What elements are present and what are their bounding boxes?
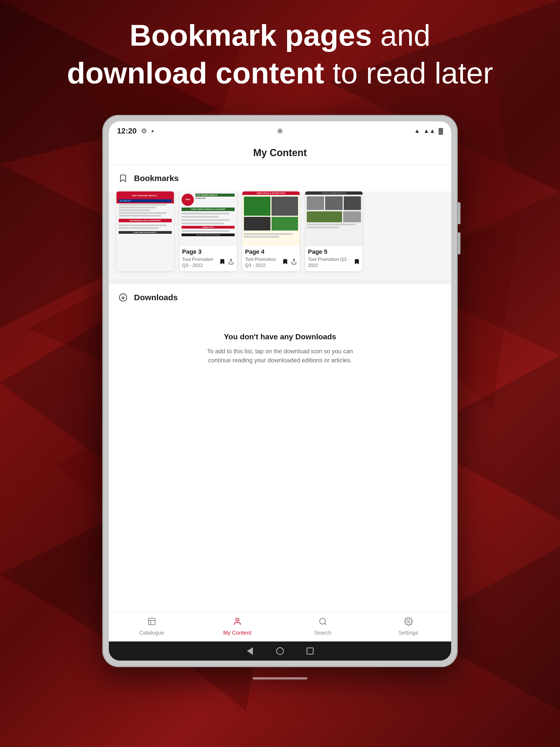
- enter-now: ENTER NOW: [196, 198, 235, 199]
- bookmark-filled-icon[interactable]: [219, 259, 225, 266]
- svg-point-24: [320, 618, 325, 624]
- bookmark-card-page2[interactable]: WHY CHOOSE SEALEY... MY SEALEY OUR BRAND…: [117, 191, 174, 271]
- thumb-line: [119, 215, 161, 216]
- home-indicator: [253, 677, 307, 679]
- svg-rect-20: [149, 618, 155, 625]
- thumb-line: [119, 209, 150, 211]
- page2-footer: OUR BRANDS AND GUARANTEES: [119, 219, 172, 222]
- thumb-line: [119, 204, 167, 206]
- nav-item-settings[interactable]: Settings: [365, 614, 451, 639]
- thumb-line: [119, 227, 159, 229]
- garden-bundle: 20V GARDEN BUNDLE: [196, 194, 235, 197]
- content-area: Bookmarks WHY CHOOSE SEALEY... MY SEALEY: [109, 165, 451, 611]
- thumb-line: [182, 230, 229, 232]
- follow-us: FOLLOW US ON OUR SOCIALS: [182, 233, 235, 236]
- status-time: 12:20: [117, 127, 137, 135]
- search-icon: [319, 617, 327, 628]
- bookmark-edition: Tool Promotion Q3 - 2022: [245, 256, 282, 268]
- android-recent-button[interactable]: [306, 647, 314, 655]
- back-arrow: [247, 647, 253, 655]
- sealey-logo: MY SEALEY: [119, 199, 172, 202]
- thumb-line: [244, 233, 292, 235]
- android-back-button[interactable]: [246, 647, 254, 655]
- headline-line1: Bookmark pages and: [22, 17, 538, 54]
- share-icon[interactable]: [291, 259, 297, 266]
- headline-line2: download content to read later: [22, 54, 538, 92]
- bookmark-card-page5[interactable]: SOCKET SETS/RATCHET PLUS: [305, 191, 362, 271]
- android-nav-bar: [109, 641, 451, 661]
- thumb-line: [182, 219, 229, 221]
- settings-label: Settings: [399, 630, 418, 636]
- tablet-frame: 12:20 ⚙ ▪ ▲ ▲▲ ▓ My Content: [102, 115, 458, 667]
- bookmark-card-footer: Tool Promotion Q3 - 2022: [179, 256, 237, 271]
- bookmark-card-footer: Tool Promotion Q3 - 2022: [305, 256, 362, 271]
- home-circle: [276, 647, 284, 655]
- win-badge: WIN: [182, 194, 194, 206]
- thumb-line: [182, 223, 224, 224]
- tool-row-1-right: [325, 196, 342, 210]
- page4-header: HAND TOOLS & SOCKET SETS: [242, 191, 300, 195]
- recent-square: [307, 647, 314, 654]
- sim-status-icon: ▪: [152, 127, 154, 135]
- nav-item-catalogue[interactable]: Catalogue: [109, 614, 195, 639]
- bookmark-actions[interactable]: [219, 259, 234, 266]
- downloads-header: Downloads: [109, 284, 451, 311]
- bookmarks-icon: [117, 172, 130, 185]
- bookmark-thumb-page2: WHY CHOOSE SEALEY... MY SEALEY OUR BRAND…: [117, 191, 174, 271]
- bookmark-card-page4[interactable]: HAND TOOLS & SOCKET SETS: [242, 191, 300, 271]
- headline-bold1: Bookmark pages: [130, 18, 372, 52]
- my-content-icon: [233, 617, 242, 628]
- bookmark-thumb-page4: HAND TOOLS & SOCKET SETS: [242, 191, 300, 246]
- my-content-label: My Content: [223, 630, 251, 636]
- settings-icon: [404, 617, 413, 628]
- bookmark-filled-icon[interactable]: [282, 259, 288, 266]
- bottom-navigation: Catalogue My Content: [109, 611, 451, 641]
- svg-line-25: [325, 623, 326, 625]
- app-header: My Content: [109, 140, 451, 165]
- downloads-empty-state: You don't have any Downloads To add to t…: [109, 311, 451, 387]
- nav-item-my-content[interactable]: My Content: [195, 614, 280, 639]
- bookmark-actions[interactable]: [354, 259, 360, 266]
- page5-header: SOCKET SETS/RATCHET PLUS: [305, 191, 362, 195]
- tablet-camera: [278, 129, 282, 133]
- aftersales: LONG-TERM AFTERSALES SUPPORT: [182, 208, 235, 211]
- downloads-section: Downloads You don't have any Downloads T…: [109, 284, 451, 611]
- battery-icon: ▓: [439, 127, 443, 134]
- bookmark-card-page3[interactable]: WIN 20V GARDEN BUNDLE ENTER NOW LONG-TER…: [179, 191, 237, 271]
- tool-img-4: [272, 217, 298, 231]
- headline-section: Bookmark pages and download content to r…: [0, 17, 560, 92]
- downloads-title: Downloads: [134, 293, 178, 302]
- bookmark-card-footer: Tool Promotion Q3 - 2022: [242, 256, 300, 271]
- signal-icon: ▲▲: [423, 127, 435, 134]
- nav-item-search[interactable]: Search: [280, 614, 365, 639]
- share-icon[interactable]: [228, 259, 234, 266]
- thumb-line: [307, 224, 355, 225]
- svg-point-23: [236, 618, 239, 621]
- bookmarks-scroll[interactable]: WHY CHOOSE SEALEY... MY SEALEY OUR BRAND…: [109, 191, 451, 279]
- headline-normal1: and: [372, 18, 430, 52]
- bookmark-filled-icon[interactable]: [354, 259, 360, 266]
- search-label: Search: [314, 630, 331, 636]
- bookmark-edition: Tool Promotion Q3 - 2022: [182, 256, 219, 268]
- svg-point-26: [407, 620, 410, 623]
- bookmark-actions[interactable]: [282, 259, 297, 266]
- catalogue-label: Catalogue: [139, 630, 164, 636]
- tool-row-1-mid: [344, 196, 361, 210]
- tablet-device: 12:20 ⚙ ▪ ▲ ▲▲ ▓ My Content: [102, 115, 458, 667]
- bookmark-thumb-page5: SOCKET SETS/RATCHET PLUS: [305, 191, 362, 246]
- thumb-line: [307, 227, 339, 228]
- tool-row-2-right: [343, 211, 361, 222]
- status-right: ▲ ▲▲ ▓: [414, 127, 443, 134]
- spare-parts: SPARE PARTS: [182, 226, 235, 229]
- wifi-icon: ▲: [414, 127, 420, 134]
- thumb-line: [182, 213, 229, 214]
- tool-img-3: [244, 217, 271, 231]
- thumb-line: [119, 225, 167, 226]
- bookmark-page-label: Page 5: [305, 246, 362, 256]
- downloads-empty-title: You don't have any Downloads: [224, 333, 336, 341]
- android-home-button[interactable]: [276, 647, 284, 655]
- tool-img-2: [272, 197, 298, 216]
- thumb-line: [182, 216, 219, 217]
- bookmarks-section: Bookmarks WHY CHOOSE SEALEY... MY SEALEY: [109, 165, 451, 279]
- thumb-line: [119, 207, 156, 208]
